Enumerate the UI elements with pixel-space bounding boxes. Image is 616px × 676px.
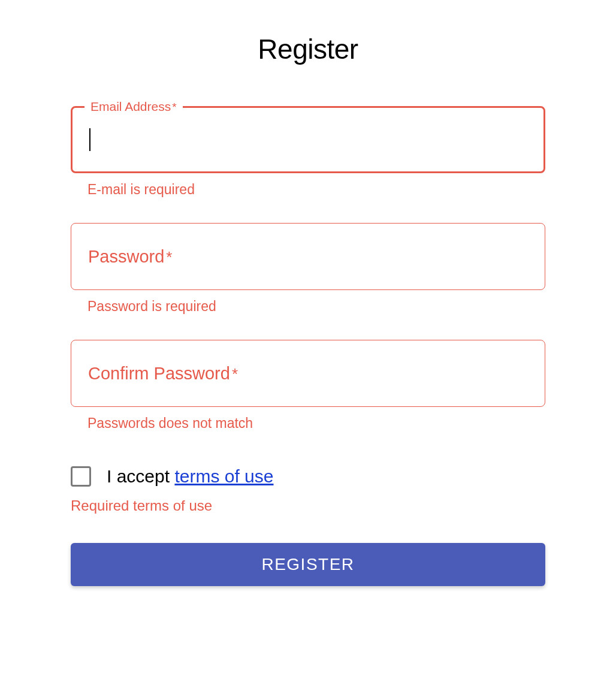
required-asterisk: *: [166, 248, 172, 266]
email-field-box[interactable]: Email Address*: [71, 106, 545, 173]
password-error: Password is required: [87, 298, 545, 315]
email-label-text: Email Address: [90, 99, 171, 113]
register-button[interactable]: REGISTER: [71, 543, 545, 586]
terms-label: I accept terms of use: [107, 466, 273, 487]
confirm-password-field-wrapper: Confirm Password* Passwords does not mat…: [71, 340, 545, 431]
confirm-password-field-box[interactable]: Confirm Password*: [71, 340, 545, 407]
password-label: Password*: [88, 247, 172, 267]
email-field-wrapper: Email Address* E-mail is required: [71, 106, 545, 198]
terms-row: I accept terms of use: [71, 466, 545, 487]
password-field-wrapper: Password* Password is required: [71, 223, 545, 315]
terms-link[interactable]: terms of use: [174, 466, 273, 486]
email-error: E-mail is required: [87, 182, 545, 198]
confirm-password-label-text: Confirm Password: [88, 364, 230, 383]
required-asterisk: *: [172, 101, 176, 113]
terms-error: Required terms of use: [71, 497, 545, 514]
text-cursor: [89, 128, 90, 151]
password-field-box[interactable]: Password*: [71, 223, 545, 290]
password-label-text: Password: [88, 247, 164, 266]
confirm-password-error: Passwords does not match: [87, 415, 545, 431]
email-label: Email Address*: [84, 99, 183, 114]
page-title: Register: [71, 33, 545, 65]
terms-checkbox[interactable]: [71, 466, 91, 487]
required-asterisk: *: [232, 365, 238, 383]
terms-prefix: I accept: [107, 466, 174, 486]
register-form: Register Email Address* E-mail is requir…: [71, 0, 545, 586]
confirm-password-label: Confirm Password*: [88, 364, 238, 384]
